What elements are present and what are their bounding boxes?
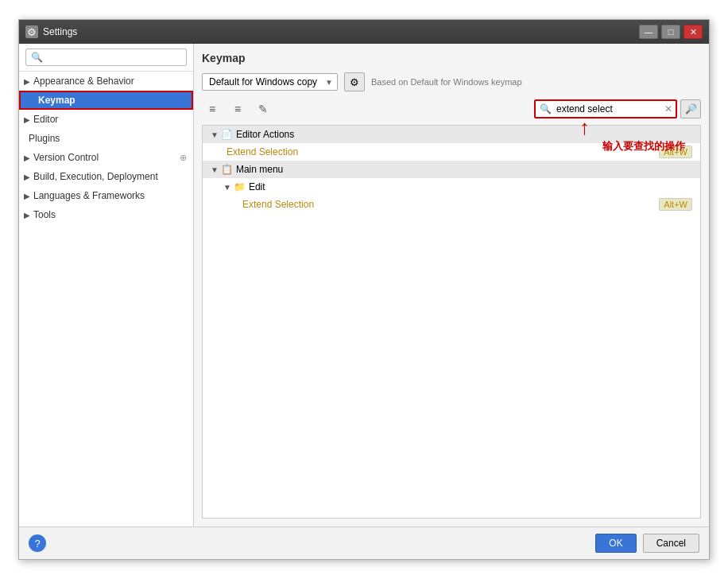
sidebar-search-input[interactable] bbox=[25, 49, 187, 66]
main-panel: Keymap Default for Windows copy ▼ ⚙ Base… bbox=[194, 44, 709, 527]
keymap-header: Default for Windows copy ▼ ⚙ Based on De… bbox=[202, 72, 701, 91]
sidebar-item-label: Keymap bbox=[38, 95, 76, 106]
search-field-wrapper: 🔍 ✕ bbox=[534, 99, 677, 119]
sidebar-item-label: Version Control bbox=[33, 152, 99, 163]
titlebar-buttons: — □ ✕ bbox=[639, 25, 703, 39]
help-button[interactable]: ? bbox=[29, 534, 46, 552]
collapse-arrow-icon: ▼ bbox=[211, 165, 219, 174]
gear-button[interactable]: ⚙ bbox=[344, 72, 365, 91]
settings-window: ⚙ Settings — □ ✕ ▶ Appearance & Behavior… bbox=[18, 19, 710, 560]
titlebar-icon: ⚙ bbox=[25, 25, 38, 38]
action-buttons: OK Cancel bbox=[595, 534, 699, 553]
ok-button[interactable]: OK bbox=[595, 534, 636, 553]
arrow-icon: ▶ bbox=[24, 77, 30, 86]
find-by-shortcut-button[interactable]: 🔎 bbox=[680, 99, 701, 119]
tree-item-edit-group[interactable]: ▼ 📁 Edit bbox=[203, 178, 700, 196]
tree-section-editor-actions[interactable]: ▼ 📄 Editor Actions bbox=[203, 126, 700, 143]
outdent-button[interactable]: ≡ bbox=[227, 100, 248, 118]
bottom-bar: ? OK Cancel bbox=[19, 527, 709, 559]
close-button[interactable]: ✕ bbox=[683, 25, 703, 39]
sidebar-item-label: Plugins bbox=[29, 133, 60, 144]
collapse-arrow-icon: ▼ bbox=[211, 130, 219, 139]
sidebar-item-label: Tools bbox=[33, 209, 56, 220]
edit-button[interactable]: ✎ bbox=[253, 100, 273, 118]
shortcut-badge: Alt+W bbox=[659, 198, 692, 211]
sidebar-item-label: Appearance & Behavior bbox=[33, 76, 134, 87]
item-label: Extend Selection bbox=[227, 146, 659, 157]
indent-button[interactable]: ≡ bbox=[202, 100, 223, 118]
based-on-text: Based on Default for Windows keymap bbox=[371, 77, 522, 87]
sidebar-item-build[interactable]: ▶ Build, Execution, Deployment bbox=[19, 167, 193, 186]
titlebar-title: Settings bbox=[43, 26, 639, 37]
item-label: Edit bbox=[249, 181, 695, 192]
cancel-button[interactable]: Cancel bbox=[643, 534, 699, 553]
sidebar-item-languages[interactable]: ▶ Languages & Frameworks bbox=[19, 186, 193, 205]
arrow-icon: ▶ bbox=[24, 153, 30, 162]
arrow-icon: ▶ bbox=[24, 211, 30, 220]
arrow-icon: ▶ bbox=[24, 115, 30, 124]
search-area: 🔍 ✕ 🔎 ↑ 输入要查找的操作 bbox=[534, 99, 701, 119]
keymap-search-input[interactable] bbox=[534, 99, 677, 119]
clear-search-icon[interactable]: ✕ bbox=[664, 103, 672, 115]
shortcut-badge: Alt+W bbox=[659, 146, 692, 158]
sidebar-item-label: Languages & Frameworks bbox=[33, 190, 145, 201]
section-label: Main menu bbox=[236, 164, 695, 175]
tree-section-main-menu[interactable]: ▼ 📋 Main menu bbox=[203, 161, 700, 178]
main-content: ▶ Appearance & Behavior Keymap ▶ Editor … bbox=[19, 44, 709, 527]
tree-item-extend-selection-2[interactable]: Extend Selection Alt+W bbox=[203, 196, 700, 213]
search-icon: 🔍 bbox=[540, 103, 552, 115]
keymap-toolbar: ≡ ≡ ✎ 🔍 ✕ 🔎 ↑ 输入要查找的操作 bbox=[202, 99, 701, 119]
menu-icon: 📋 bbox=[221, 164, 233, 175]
keymap-tree: ▼ 📄 Editor Actions Extend Selection Alt+… bbox=[202, 125, 701, 519]
minimize-button[interactable]: — bbox=[639, 25, 658, 39]
sidebar-item-appearance[interactable]: ▶ Appearance & Behavior bbox=[19, 72, 193, 91]
version-control-icon: ⊕ bbox=[180, 153, 187, 163]
folder-icon: 📄 bbox=[221, 129, 233, 140]
sidebar: ▶ Appearance & Behavior Keymap ▶ Editor … bbox=[19, 44, 194, 527]
panel-title: Keymap bbox=[202, 52, 701, 64]
maximize-button[interactable]: □ bbox=[661, 25, 680, 39]
section-label: Editor Actions bbox=[236, 129, 695, 140]
sidebar-item-version-control[interactable]: ▶ Version Control ⊕ bbox=[19, 148, 193, 167]
keymap-dropdown-wrapper: Default for Windows copy ▼ bbox=[202, 73, 338, 91]
item-label: Extend Selection bbox=[242, 199, 659, 210]
sidebar-item-label: Editor bbox=[33, 114, 58, 125]
collapse-arrow-icon: ▼ bbox=[223, 183, 231, 192]
keymap-dropdown[interactable]: Default for Windows copy bbox=[202, 73, 338, 91]
sidebar-item-label: Build, Execution, Deployment bbox=[33, 171, 158, 182]
tree-item-extend-selection-1[interactable]: Extend Selection Alt+W bbox=[203, 143, 700, 161]
sidebar-item-plugins[interactable]: Plugins bbox=[19, 129, 193, 148]
arrow-icon: ▶ bbox=[24, 173, 30, 181]
sidebar-search-box bbox=[19, 44, 193, 72]
titlebar: ⚙ Settings — □ ✕ bbox=[19, 20, 709, 44]
sidebar-item-editor[interactable]: ▶ Editor bbox=[19, 110, 193, 129]
arrow-icon: ▶ bbox=[24, 192, 30, 200]
sidebar-item-keymap[interactable]: Keymap bbox=[19, 91, 193, 110]
sidebar-item-tools[interactable]: ▶ Tools bbox=[19, 205, 193, 224]
folder-icon: 📁 bbox=[234, 181, 246, 192]
